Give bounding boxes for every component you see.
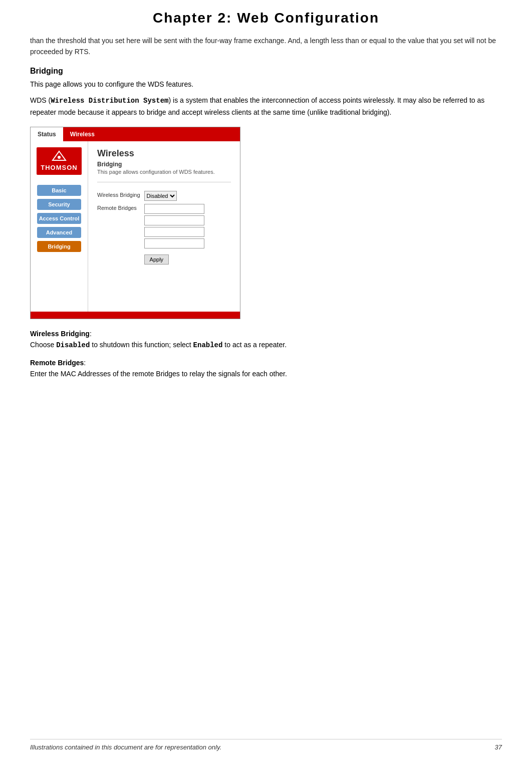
- footer-text: Illustrations contained in this document…: [30, 743, 221, 751]
- ui-body: THOMSON Basic Security Access Control Ad…: [31, 141, 240, 312]
- wireless-bridging-colon: :: [90, 330, 92, 338]
- wireless-bridging-row: Wireless Bridging Disabled Enabled: [97, 189, 207, 202]
- wireless-bridging-text-suffix: to act as a repeater.: [222, 341, 287, 349]
- wireless-bridging-text-middle: to shutdown this function; select: [90, 341, 193, 349]
- remote-bridges-inputs-cell: [144, 202, 207, 250]
- wireless-bridging-select[interactable]: Disabled Enabled: [144, 191, 177, 201]
- sidebar-btn-advanced[interactable]: Advanced: [37, 227, 81, 238]
- intro-text: than the threshold that you set here wil…: [30, 35, 502, 58]
- remote-bridges-description: Remote Bridges: Enter the MAC Addresses …: [30, 357, 502, 380]
- wireless-bridging-term: Wireless Bridging: [30, 330, 90, 338]
- ui-main-desc: This page allows configuration of WDS fe…: [97, 169, 231, 175]
- ui-top-bar: Status Wireless: [31, 127, 240, 141]
- wireless-bridging-select-cell: Disabled Enabled: [144, 189, 207, 202]
- ui-bottom-bar: [31, 312, 240, 319]
- sidebar-btn-access-control[interactable]: Access Control: [37, 213, 81, 224]
- remote-bridge-input-3[interactable]: [144, 227, 204, 237]
- wireless-bridging-description: Wireless Bridging: Choose Disabled to sh…: [30, 328, 502, 351]
- remote-bridges-colon: :: [84, 359, 86, 367]
- bridging-desc2: WDS (Wireless Distribution System) is a …: [30, 95, 502, 118]
- footer-page-number: 37: [495, 743, 502, 751]
- remote-bridge-input-1[interactable]: [144, 204, 204, 214]
- thomson-logo-icon: [52, 150, 67, 162]
- svg-point-1: [58, 156, 61, 159]
- ui-divider: [97, 182, 231, 182]
- sidebar-btn-bridging[interactable]: Bridging: [37, 241, 81, 252]
- apply-button[interactable]: Apply: [144, 254, 169, 265]
- thomson-logo: THOMSON: [37, 147, 82, 175]
- wireless-bridging-label: Wireless Bridging: [97, 189, 144, 202]
- remote-bridges-term: Remote Bridges: [30, 359, 84, 367]
- page-title: Chapter 2: Web Configuration: [30, 10, 502, 26]
- apply-row: Apply: [97, 250, 207, 266]
- disabled-text: Disabled: [56, 341, 90, 349]
- ui-main-subtitle: Bridging: [97, 161, 231, 168]
- enabled-text: Enabled: [193, 341, 223, 349]
- wds-desc-prefix: WDS (: [30, 96, 51, 104]
- wds-bold: Wireless Distribution System: [51, 97, 168, 105]
- logo-text: THOMSON: [41, 164, 77, 171]
- remote-bridges-label: Remote Bridges: [97, 202, 144, 250]
- bridging-heading: Bridging: [30, 67, 502, 76]
- ui-sidebar: THOMSON Basic Security Access Control Ad…: [31, 141, 88, 312]
- tab-wireless[interactable]: Wireless: [63, 127, 102, 141]
- wireless-bridging-text-prefix: Choose: [30, 341, 56, 349]
- remote-bridges-inputs: [144, 204, 204, 248]
- sidebar-btn-security[interactable]: Security: [37, 199, 81, 210]
- tab-status[interactable]: Status: [31, 127, 63, 141]
- remote-bridge-input-2[interactable]: [144, 215, 204, 225]
- bridging-desc1: This page allows you to configure the WD…: [30, 79, 502, 90]
- remote-bridges-row: Remote Bridges: [97, 202, 207, 250]
- ui-main-title: Wireless: [97, 148, 231, 159]
- ui-main-content: Wireless Bridging This page allows confi…: [88, 141, 240, 312]
- bridging-form: Wireless Bridging Disabled Enabled Remot…: [97, 189, 207, 266]
- sidebar-btn-basic[interactable]: Basic: [37, 185, 81, 196]
- page-footer: Illustrations contained in this document…: [30, 739, 502, 751]
- remote-bridge-input-4[interactable]: [144, 238, 204, 248]
- remote-bridges-text: Enter the MAC Addresses of the remote Br…: [30, 370, 287, 378]
- router-ui-widget: Status Wireless THOMSON Basic Security: [30, 127, 240, 319]
